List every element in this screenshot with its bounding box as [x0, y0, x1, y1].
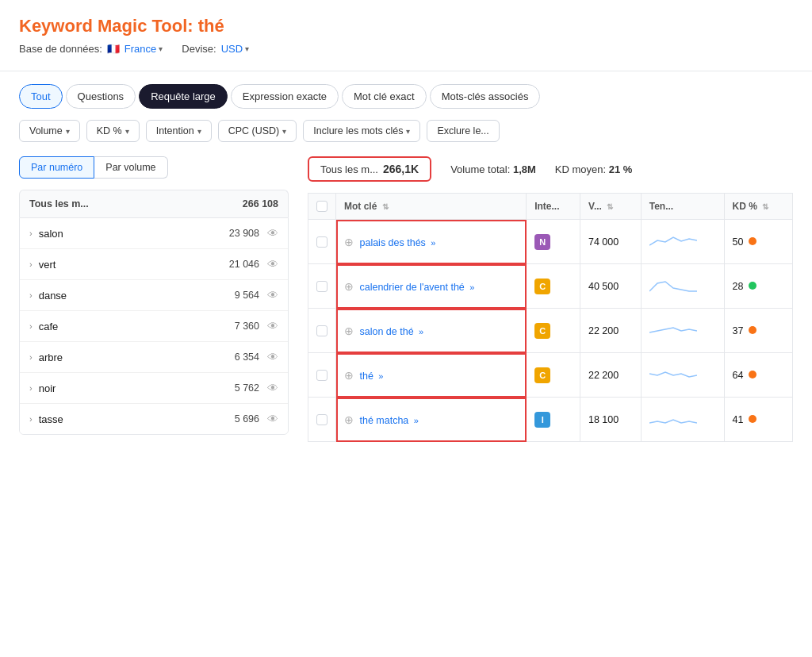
sidebar-header-label: Tous les m...	[29, 198, 89, 209]
row-checkbox[interactable]	[316, 236, 327, 248]
keyword-link[interactable]: calendrier de l'avent thé	[359, 282, 464, 293]
tab-questions[interactable]: Questions	[66, 84, 136, 109]
kd-dot	[749, 415, 756, 423]
add-icon[interactable]: ⊕	[344, 280, 354, 293]
trend-chart	[649, 229, 697, 252]
expand-icon[interactable]: »	[431, 238, 435, 248]
right-content: Tous les m... 266,1K Volume total: 1,8M …	[289, 156, 793, 442]
sidebar-item-vert[interactable]: › vert 21 046 👁	[20, 249, 288, 280]
trend-chart	[649, 318, 697, 340]
keyword-link[interactable]: thé matcha	[359, 415, 408, 426]
sidebar-item-arbre[interactable]: › arbre 6 354 👁	[20, 342, 288, 373]
database-selector[interactable]: Base de données: 🇫🇷 France ▾	[19, 43, 163, 55]
expand-icon[interactable]: »	[414, 416, 419, 425]
tab-tout[interactable]: Tout	[19, 84, 63, 109]
sidebar-item-danse[interactable]: › danse 9 564 👁	[20, 280, 288, 311]
trend-chart	[649, 274, 697, 296]
tab-expression-exacte[interactable]: Expression exacte	[231, 84, 339, 109]
expand-icon[interactable]: »	[469, 282, 474, 292]
volume-cell: 22 200	[580, 309, 641, 353]
chevron-right-icon: ›	[29, 383, 33, 393]
include-filter[interactable]: Inclure les mots clés ▾	[303, 120, 420, 142]
sidebar-toggle: Par numéro Par volume	[19, 156, 289, 179]
tab-requete-large[interactable]: Requête large	[139, 84, 228, 109]
add-icon[interactable]: ⊕	[344, 236, 354, 248]
kd-dot	[749, 282, 756, 290]
flag-icon: 🇫🇷	[107, 43, 120, 55]
chevron-down-icon: ▾	[245, 44, 249, 53]
currency-dropdown[interactable]: USD ▾	[221, 43, 249, 55]
add-icon[interactable]: ⊕	[344, 325, 354, 337]
chevron-right-icon: ›	[29, 352, 33, 362]
sidebar-item-noir[interactable]: › noir 5 762 👁	[20, 373, 288, 404]
tab-mot-cle-exact[interactable]: Mot clé exact	[342, 84, 427, 109]
eye-icon: 👁	[267, 320, 278, 332]
trend-cell	[641, 309, 724, 353]
volume-filter[interactable]: Volume ▾	[19, 120, 80, 142]
country-dropdown[interactable]: France ▾	[124, 43, 163, 55]
trend-chart	[649, 363, 697, 385]
intent-cell: N	[527, 220, 580, 264]
keyword-link[interactable]: palais des thés	[359, 237, 425, 248]
kd-filter[interactable]: KD % ▾	[86, 120, 140, 142]
database-row: Base de données: 🇫🇷 France ▾ Devise: USD…	[19, 43, 793, 55]
row-checkbox[interactable]	[316, 325, 327, 336]
sort-icon: ⇅	[762, 202, 768, 211]
table-row: ⊕ salon de thé » C 22 200 37	[308, 309, 793, 353]
row-checkbox-cell	[308, 353, 336, 398]
sidebar-item-cafe[interactable]: › cafe 7 360 👁	[20, 311, 288, 342]
trend-cell	[641, 398, 724, 442]
expand-icon[interactable]: »	[419, 327, 423, 336]
volume-cell: 22 200	[580, 353, 641, 398]
eye-icon: 👁	[267, 413, 278, 425]
row-checkbox-cell	[308, 220, 336, 264]
toggle-par-numero[interactable]: Par numéro	[19, 156, 94, 179]
intent-cell: C	[527, 264, 580, 309]
row-checkbox[interactable]	[316, 370, 327, 381]
volume-cell: 18 100	[580, 398, 641, 442]
intent-cell: C	[527, 353, 580, 398]
volume-cell: 40 500	[580, 264, 641, 309]
th-tendance: Ten...	[641, 194, 724, 220]
currency-selector[interactable]: Devise: USD ▾	[182, 43, 249, 55]
row-checkbox-cell	[308, 264, 336, 309]
trend-cell	[641, 220, 724, 264]
sidebar-item-tasse[interactable]: › tasse 5 696 👁	[20, 404, 288, 434]
cpc-filter[interactable]: CPC (USD) ▾	[218, 120, 297, 142]
main-content: Par numéro Par volume Tous les m... 266 …	[19, 156, 793, 442]
toggle-par-volume[interactable]: Par volume	[94, 156, 167, 179]
section-divider	[0, 71, 812, 71]
all-keywords-count: 266,1K	[383, 163, 419, 175]
row-checkbox[interactable]	[316, 414, 327, 425]
kd-cell: 28	[724, 264, 792, 309]
add-icon[interactable]: ⊕	[344, 369, 354, 382]
keyword-link[interactable]: salon de thé	[359, 326, 413, 337]
intention-filter[interactable]: Intention ▾	[146, 120, 212, 142]
chevron-right-icon: ›	[29, 290, 33, 300]
chevron-down-icon: ▾	[406, 127, 410, 136]
intent-badge: C	[534, 323, 550, 339]
keywords-table: Mot clé ⇅ Inte... V... ⇅ Ten... KD % ⇅	[308, 193, 793, 442]
currency-label: Devise:	[182, 43, 216, 55]
table-row: ⊕ calendrier de l'avent thé » C 40 500 2…	[308, 264, 793, 309]
intent-cell: C	[527, 309, 580, 353]
add-icon[interactable]: ⊕	[344, 413, 354, 426]
row-checkbox-cell	[308, 309, 336, 353]
sidebar-list: › salon 23 908 👁 › vert 21 046 👁 › danse…	[19, 217, 289, 435]
left-sidebar: Par numéro Par volume Tous les m... 266 …	[19, 156, 289, 442]
expand-icon[interactable]: »	[378, 371, 383, 381]
th-checkbox	[308, 194, 336, 220]
keyword-cell: ⊕ thé matcha »	[336, 398, 527, 442]
exclude-filter[interactable]: Exclure le...	[427, 120, 499, 142]
intent-badge: I	[534, 412, 550, 428]
intent-badge: C	[534, 367, 550, 383]
keyword-link[interactable]: thé	[359, 371, 373, 382]
sidebar-item-salon[interactable]: › salon 23 908 👁	[20, 218, 288, 249]
sort-icon: ⇅	[382, 202, 389, 211]
keyword-cell: ⊕ calendrier de l'avent thé »	[336, 264, 527, 309]
volume-cell: 74 000	[580, 220, 641, 264]
tab-mots-cles-associes[interactable]: Mots-clés associés	[430, 84, 541, 109]
row-checkbox[interactable]	[316, 281, 327, 292]
select-all-checkbox[interactable]	[316, 201, 327, 212]
eye-icon: 👁	[267, 351, 278, 363]
